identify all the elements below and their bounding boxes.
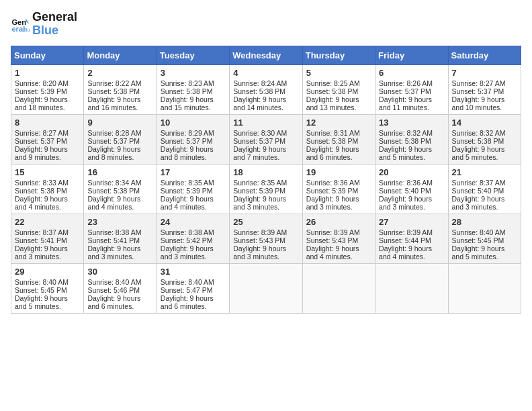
day-number: 22 — [15, 217, 80, 227]
day-info: Sunrise: 8:38 AMSunset: 5:41 PMDaylight:… — [87, 228, 141, 261]
day-info: Sunrise: 8:36 AMSunset: 5:39 PMDaylight:… — [306, 179, 360, 211]
calendar-cell — [448, 263, 521, 313]
svg-marker-2 — [26, 18, 30, 24]
day-number: 12 — [306, 118, 371, 128]
calendar-cell: 2Sunrise: 8:22 AMSunset: 5:38 PMDaylight… — [84, 64, 157, 114]
day-info: Sunrise: 8:27 AMSunset: 5:37 PMDaylight:… — [15, 129, 69, 161]
day-info: Sunrise: 8:35 AMSunset: 5:39 PMDaylight:… — [233, 179, 287, 211]
day-number: 2 — [87, 68, 152, 78]
day-number: 1 — [15, 68, 80, 78]
day-info: Sunrise: 8:32 AMSunset: 5:38 PMDaylight:… — [452, 129, 506, 161]
day-number: 18 — [233, 167, 298, 177]
day-number: 7 — [452, 68, 517, 78]
calendar-cell: 5Sunrise: 8:25 AMSunset: 5:38 PMDaylight… — [302, 64, 375, 114]
day-number: 8 — [15, 118, 80, 128]
calendar-week-row: 22Sunrise: 8:37 AMSunset: 5:41 PMDayligh… — [11, 214, 521, 263]
calendar-cell: 15Sunrise: 8:33 AMSunset: 5:38 PMDayligh… — [11, 164, 84, 214]
calendar-cell — [375, 263, 448, 313]
day-number: 31 — [161, 267, 226, 277]
calendar-cell: 20Sunrise: 8:36 AMSunset: 5:40 PMDayligh… — [375, 164, 448, 214]
day-info: Sunrise: 8:40 AMSunset: 5:45 PMDaylight:… — [452, 228, 506, 261]
col-header-friday: Friday — [375, 46, 448, 64]
page-header: Gen eral Blue General Blue — [11, 11, 521, 38]
calendar-cell: 31Sunrise: 8:40 AMSunset: 5:47 PMDayligh… — [157, 263, 229, 313]
calendar-cell: 9Sunrise: 8:28 AMSunset: 5:37 PMDaylight… — [84, 114, 157, 164]
day-number: 11 — [233, 118, 298, 128]
day-number: 9 — [87, 118, 152, 128]
day-info: Sunrise: 8:37 AMSunset: 5:41 PMDaylight:… — [15, 228, 69, 261]
day-number: 4 — [233, 68, 298, 78]
day-number: 24 — [161, 217, 226, 227]
day-info: Sunrise: 8:29 AMSunset: 5:37 PMDaylight:… — [161, 129, 214, 161]
day-info: Sunrise: 8:33 AMSunset: 5:38 PMDaylight:… — [15, 179, 69, 211]
calendar-cell: 21Sunrise: 8:37 AMSunset: 5:40 PMDayligh… — [448, 164, 521, 214]
logo-text: General Blue — [32, 11, 77, 38]
day-info: Sunrise: 8:40 AMSunset: 5:46 PMDaylight:… — [87, 278, 141, 310]
day-number: 21 — [452, 167, 517, 177]
day-number: 23 — [87, 217, 152, 227]
calendar-cell: 14Sunrise: 8:32 AMSunset: 5:38 PMDayligh… — [448, 114, 521, 164]
col-header-saturday: Saturday — [448, 46, 521, 64]
calendar-cell: 1Sunrise: 8:20 AMSunset: 5:39 PMDaylight… — [11, 64, 84, 114]
day-info: Sunrise: 8:35 AMSunset: 5:39 PMDaylight:… — [161, 179, 214, 211]
col-header-monday: Monday — [84, 46, 157, 64]
day-number: 27 — [379, 217, 444, 227]
calendar-table: SundayMondayTuesdayWednesdayThursdayFrid… — [11, 46, 521, 314]
calendar-cell: 30Sunrise: 8:40 AMSunset: 5:46 PMDayligh… — [84, 263, 157, 313]
day-info: Sunrise: 8:31 AMSunset: 5:38 PMDaylight:… — [306, 129, 360, 161]
day-number: 17 — [161, 167, 226, 177]
calendar-cell: 17Sunrise: 8:35 AMSunset: 5:39 PMDayligh… — [157, 164, 229, 214]
calendar-cell: 23Sunrise: 8:38 AMSunset: 5:41 PMDayligh… — [84, 214, 157, 263]
day-number: 13 — [379, 118, 444, 128]
day-number: 28 — [452, 217, 517, 227]
day-number: 30 — [87, 267, 152, 277]
logo-icon: Gen eral Blue — [11, 15, 30, 34]
calendar-cell: 26Sunrise: 8:39 AMSunset: 5:43 PMDayligh… — [302, 214, 375, 263]
day-number: 3 — [161, 68, 226, 78]
calendar-cell: 27Sunrise: 8:39 AMSunset: 5:44 PMDayligh… — [375, 214, 448, 263]
day-info: Sunrise: 8:40 AMSunset: 5:45 PMDaylight:… — [15, 278, 69, 310]
day-number: 6 — [379, 68, 444, 78]
calendar-cell: 25Sunrise: 8:39 AMSunset: 5:43 PMDayligh… — [230, 214, 302, 263]
day-info: Sunrise: 8:27 AMSunset: 5:37 PMDaylight:… — [452, 79, 506, 111]
svg-text:Blue: Blue — [23, 28, 30, 32]
calendar-week-row: 1Sunrise: 8:20 AMSunset: 5:39 PMDaylight… — [11, 64, 521, 114]
day-number: 25 — [233, 217, 298, 227]
col-header-thursday: Thursday — [302, 46, 375, 64]
calendar-cell: 4Sunrise: 8:24 AMSunset: 5:38 PMDaylight… — [230, 64, 302, 114]
day-info: Sunrise: 8:39 AMSunset: 5:44 PMDaylight:… — [379, 228, 433, 261]
calendar-week-row: 29Sunrise: 8:40 AMSunset: 5:45 PMDayligh… — [11, 263, 521, 313]
day-info: Sunrise: 8:39 AMSunset: 5:43 PMDaylight:… — [233, 228, 287, 261]
day-info: Sunrise: 8:23 AMSunset: 5:38 PMDaylight:… — [161, 79, 214, 111]
calendar-cell: 8Sunrise: 8:27 AMSunset: 5:37 PMDaylight… — [11, 114, 84, 164]
day-info: Sunrise: 8:24 AMSunset: 5:38 PMDaylight:… — [233, 79, 287, 111]
col-header-sunday: Sunday — [11, 46, 84, 64]
day-number: 20 — [379, 167, 444, 177]
day-number: 14 — [452, 118, 517, 128]
calendar-cell: 13Sunrise: 8:32 AMSunset: 5:38 PMDayligh… — [375, 114, 448, 164]
calendar-cell: 11Sunrise: 8:30 AMSunset: 5:37 PMDayligh… — [230, 114, 302, 164]
calendar-cell — [302, 263, 375, 313]
calendar-cell: 16Sunrise: 8:34 AMSunset: 5:38 PMDayligh… — [84, 164, 157, 214]
calendar-cell: 6Sunrise: 8:26 AMSunset: 5:37 PMDaylight… — [375, 64, 448, 114]
day-number: 10 — [161, 118, 226, 128]
day-info: Sunrise: 8:30 AMSunset: 5:37 PMDaylight:… — [233, 129, 287, 161]
calendar-cell: 3Sunrise: 8:23 AMSunset: 5:38 PMDaylight… — [157, 64, 229, 114]
logo: Gen eral Blue General Blue — [11, 11, 77, 38]
calendar-cell: 7Sunrise: 8:27 AMSunset: 5:37 PMDaylight… — [448, 64, 521, 114]
day-info: Sunrise: 8:22 AMSunset: 5:38 PMDaylight:… — [87, 79, 141, 111]
col-header-wednesday: Wednesday — [230, 46, 302, 64]
day-info: Sunrise: 8:34 AMSunset: 5:38 PMDaylight:… — [87, 179, 141, 211]
day-number: 5 — [306, 68, 371, 78]
day-number: 29 — [15, 267, 80, 277]
day-info: Sunrise: 8:20 AMSunset: 5:39 PMDaylight:… — [15, 79, 69, 111]
calendar-week-row: 15Sunrise: 8:33 AMSunset: 5:38 PMDayligh… — [11, 164, 521, 214]
calendar-cell: 28Sunrise: 8:40 AMSunset: 5:45 PMDayligh… — [448, 214, 521, 263]
calendar-cell: 18Sunrise: 8:35 AMSunset: 5:39 PMDayligh… — [230, 164, 302, 214]
calendar-cell: 24Sunrise: 8:38 AMSunset: 5:42 PMDayligh… — [157, 214, 229, 263]
calendar-cell: 22Sunrise: 8:37 AMSunset: 5:41 PMDayligh… — [11, 214, 84, 263]
day-info: Sunrise: 8:39 AMSunset: 5:43 PMDaylight:… — [306, 228, 360, 261]
day-number: 26 — [306, 217, 371, 227]
calendar-week-row: 8Sunrise: 8:27 AMSunset: 5:37 PMDaylight… — [11, 114, 521, 164]
days-header-row: SundayMondayTuesdayWednesdayThursdayFrid… — [11, 46, 521, 64]
